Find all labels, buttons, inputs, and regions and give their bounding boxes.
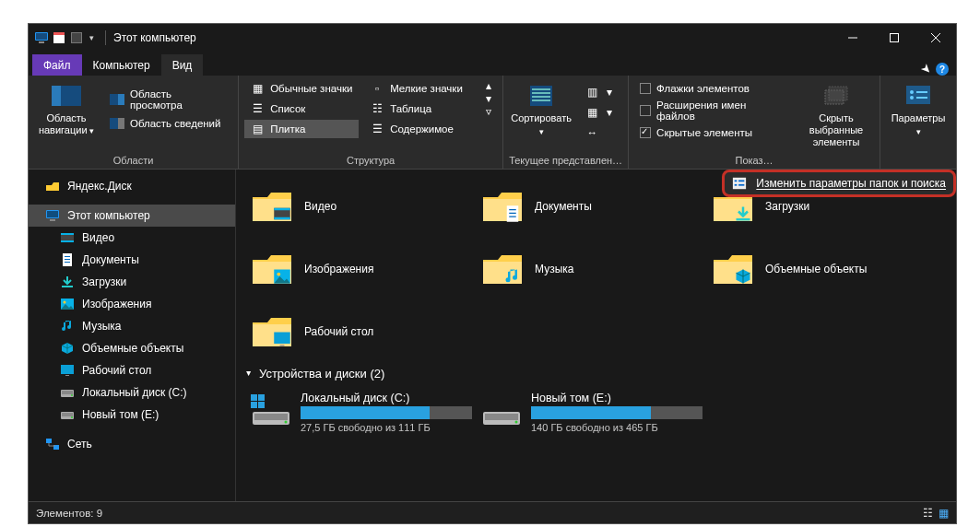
nav-item-2[interactable]: Видео [29, 227, 235, 249]
qat-folder-icon[interactable] [69, 30, 84, 45]
doc-icon [60, 252, 75, 267]
nav-item-0[interactable]: Яндекс.Диск [29, 175, 235, 197]
svg-rect-47 [62, 391, 73, 394]
drive-tile[interactable]: Локальный диск (C:) 27,5 ГБ свободно из … [245, 388, 476, 448]
svg-rect-6 [72, 33, 81, 42]
folder-icon [251, 188, 293, 225]
size-columns-button[interactable]: ↔ [579, 123, 618, 142]
pin-ribbon-icon[interactable]: ➤ [918, 60, 935, 76]
folder-icon [481, 251, 524, 287]
svg-rect-21 [532, 92, 550, 94]
options-button[interactable]: Параметры ▾ [886, 79, 950, 142]
details-pane-button[interactable]: Область сведений [104, 114, 232, 133]
svg-rect-33 [50, 219, 55, 221]
hide-selected-button[interactable]: Скрыть выбранные элементы [798, 79, 874, 152]
pc-icon [34, 30, 49, 45]
tiles-view-icon[interactable]: ▦ [939, 507, 949, 520]
group-by-button[interactable]: ▥▾ [579, 83, 618, 101]
navigation-pane-button[interactable]: Область навигации ▾ [34, 79, 99, 141]
tab-file[interactable]: Файл [32, 54, 82, 76]
svg-rect-4 [53, 32, 65, 35]
add-columns-button[interactable]: ▦▾ [579, 103, 618, 122]
nav-item-8[interactable]: Рабочий стол [29, 359, 235, 381]
svg-rect-26 [906, 86, 930, 104]
nav-item-7[interactable]: Объемные объекты [29, 337, 235, 359]
layout-small-icons[interactable]: ▫Мелкие значки [364, 79, 478, 98]
svg-rect-68 [251, 402, 257, 408]
nav-item-3[interactable]: Документы [29, 249, 235, 271]
layout-scroll-down[interactable]: ▾ [484, 92, 497, 105]
maximize-button[interactable] [873, 24, 915, 52]
drive-free-text: 27,5 ГБ свободно из 111 ГБ [301, 422, 472, 433]
svg-rect-1 [36, 33, 47, 40]
nav-item-1[interactable]: Этот компьютер [29, 205, 235, 227]
nav-item-4[interactable]: Загрузки [29, 271, 235, 293]
qat-dropdown-icon[interactable]: ▾ [89, 33, 94, 42]
svg-rect-28 [916, 91, 927, 93]
layout-content[interactable]: ☰Содержимое [364, 120, 478, 138]
nav-item-9[interactable]: Локальный диск (C:) [29, 381, 235, 404]
svg-rect-45 [65, 375, 69, 376]
status-bar: Элементов: 9 ☷ ▦ [29, 501, 956, 523]
layout-list[interactable]: ☰Список [244, 100, 359, 118]
sort-button[interactable]: Сортировать ▾ [509, 79, 573, 142]
svg-rect-39 [65, 259, 70, 260]
folder-tile[interactable]: Видео [245, 175, 476, 238]
minimize-button[interactable] [832, 24, 873, 52]
svg-point-72 [285, 421, 288, 424]
svg-point-75 [515, 421, 518, 424]
group-current-label: Текущее представлен… [509, 152, 622, 167]
nav-item-11[interactable]: Сеть [29, 433, 235, 455]
folder-tile[interactable]: Рабочий стол [245, 300, 476, 363]
svg-rect-76 [733, 178, 746, 189]
folder-tile[interactable]: Изображения [245, 238, 476, 300]
details-view-icon[interactable]: ☷ [923, 507, 933, 520]
svg-point-63 [277, 273, 280, 276]
nav-item-10[interactable]: Новый том (E:) [29, 404, 235, 426]
svg-rect-78 [738, 180, 744, 182]
nav-item-5[interactable]: Изображения [29, 293, 235, 315]
nav-label: Документы [82, 253, 139, 266]
folder-icon [481, 188, 524, 225]
svg-rect-35 [61, 233, 74, 235]
svg-rect-41 [62, 286, 73, 287]
svg-rect-50 [62, 413, 73, 416]
svg-rect-55 [274, 208, 290, 211]
folder-icon [251, 251, 293, 287]
hidden-items-toggle[interactable]: Скрытые элементы [634, 125, 793, 140]
item-checkboxes-toggle[interactable]: Флажки элементов [634, 81, 793, 96]
yadisk-icon [45, 179, 60, 193]
drive-usage-bar [531, 406, 703, 419]
tab-computer[interactable]: Компьютер [82, 54, 161, 76]
change-folder-options-menuitem[interactable]: Изменить параметры папок и поиска [722, 170, 956, 197]
svg-rect-66 [251, 394, 257, 401]
download-icon [60, 275, 75, 289]
svg-point-27 [910, 90, 914, 94]
3d-icon [60, 341, 75, 356]
details-pane-label: Область сведений [130, 118, 221, 129]
layout-tiles[interactable]: ▤Плитка [244, 120, 359, 138]
drive-tile[interactable]: Новый том (E:) 140 ГБ свободно из 465 ГБ [476, 388, 706, 448]
svg-rect-69 [258, 402, 265, 408]
folder-tile[interactable]: Музыка [476, 238, 706, 300]
tab-view[interactable]: Вид [161, 54, 204, 76]
help-icon[interactable]: ? [936, 63, 949, 76]
nav-label: Изображения [82, 298, 151, 310]
svg-rect-44 [61, 365, 74, 374]
preview-pane-button[interactable]: Область просмотра [104, 87, 232, 112]
chevron-down-icon: ▸ [244, 371, 254, 376]
layout-scroll-up[interactable]: ▴ [484, 79, 497, 92]
layout-normal-icons[interactable]: ▦Обычные значки [244, 79, 359, 98]
file-extensions-toggle[interactable]: Расширения имен файлов [634, 98, 793, 123]
layout-expand[interactable]: ▿ [484, 105, 497, 118]
folder-tile[interactable]: Документы [476, 175, 706, 238]
close-button[interactable] [915, 24, 956, 52]
layout-table[interactable]: ☷Таблица [364, 100, 478, 118]
svg-point-51 [71, 416, 73, 418]
drives-section-header[interactable]: ▸ Устройства и диски (2) [245, 363, 947, 388]
folder-tile[interactable]: Объемные объекты [706, 238, 937, 300]
svg-rect-80 [738, 184, 744, 186]
svg-rect-59 [509, 213, 516, 214]
qat-properties-icon[interactable] [52, 30, 66, 45]
nav-item-6[interactable]: Музыка [29, 315, 235, 337]
